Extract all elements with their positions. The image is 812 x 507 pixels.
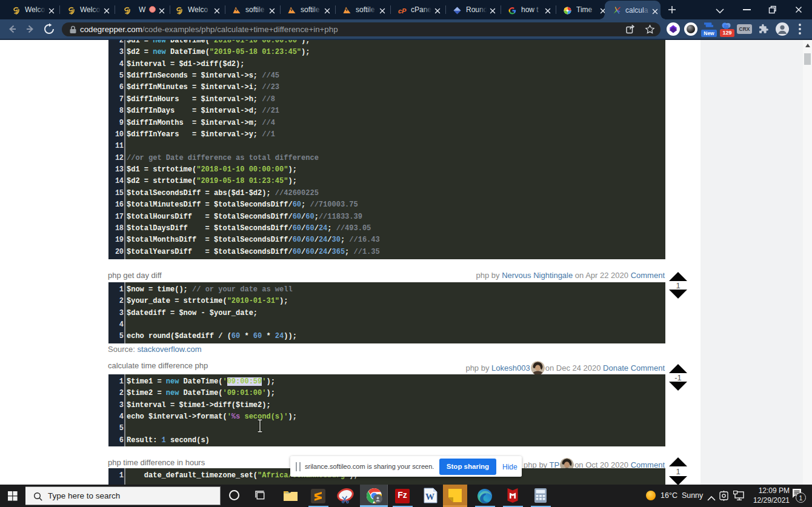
svg-text:W: W: [425, 492, 434, 502]
